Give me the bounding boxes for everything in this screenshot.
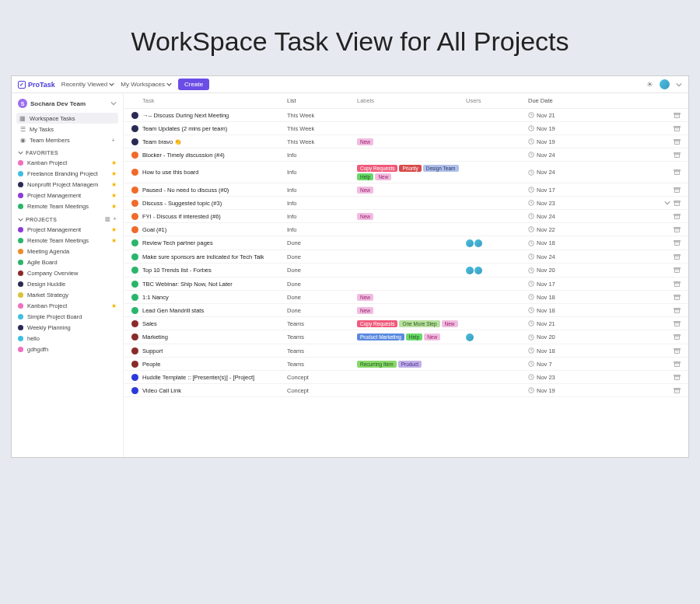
- task-label[interactable]: One More Step: [399, 320, 439, 327]
- column-header-task[interactable]: Task: [131, 97, 287, 104]
- task-status-dot[interactable]: [131, 253, 138, 260]
- archive-icon[interactable]: [674, 253, 681, 260]
- archive-icon[interactable]: [674, 333, 681, 340]
- task-label[interactable]: New: [357, 213, 373, 220]
- task-due-date[interactable]: Nov 22: [528, 226, 662, 233]
- task-label[interactable]: New: [357, 187, 373, 194]
- task-label[interactable]: Design Team: [423, 165, 459, 172]
- task-row[interactable]: Top 10 Trends list - Forbes Done Nov 20: [124, 264, 688, 278]
- task-status-dot[interactable]: [131, 125, 138, 132]
- archive-icon[interactable]: [674, 226, 681, 233]
- task-due-date[interactable]: Nov 19: [528, 387, 662, 394]
- task-due-date[interactable]: Nov 18: [528, 307, 662, 314]
- task-label[interactable]: New: [357, 307, 373, 314]
- task-label[interactable]: Copy Requests: [357, 320, 397, 327]
- task-status-dot[interactable]: [131, 267, 138, 274]
- sidebar-item-team-members[interactable]: ◉ Team Members +: [16, 134, 118, 145]
- task-status-dot[interactable]: [131, 239, 138, 246]
- sidebar-project-item[interactable]: Market Strategy: [16, 289, 118, 300]
- task-status-dot[interactable]: [131, 333, 138, 340]
- archive-icon[interactable]: [674, 281, 681, 288]
- task-label[interactable]: New: [375, 173, 391, 180]
- task-status-dot[interactable]: [131, 347, 138, 354]
- sidebar-favorite-item[interactable]: Project Management ★: [16, 190, 118, 201]
- task-due-date[interactable]: Nov 19: [528, 125, 662, 132]
- task-row[interactable]: TBC Webinar: Ship Now, Not Later Done No…: [124, 278, 688, 291]
- task-row[interactable]: Sales Teams Copy RequestsOne More StepNe…: [124, 317, 688, 330]
- task-due-date[interactable]: Nov 21: [528, 112, 662, 119]
- task-label[interactable]: Help: [406, 333, 422, 340]
- task-due-date[interactable]: Nov 24: [528, 152, 662, 159]
- star-icon[interactable]: ★: [111, 181, 117, 188]
- sidebar-project-item[interactable]: Kanban Project ★: [16, 300, 118, 311]
- task-label[interactable]: New: [357, 138, 373, 145]
- archive-icon[interactable]: [674, 374, 681, 381]
- sidebar-project-item[interactable]: Design Huddle: [16, 278, 118, 289]
- task-status-dot[interactable]: [131, 320, 138, 327]
- task-row[interactable]: Make sure sponsors are indicated for Tec…: [124, 250, 688, 264]
- task-row[interactable]: Review Tech partner pages Done Nov 18: [124, 236, 688, 250]
- task-status-dot[interactable]: [131, 169, 138, 176]
- task-due-date[interactable]: Nov 18: [528, 294, 662, 301]
- task-due-date[interactable]: Nov 17: [528, 187, 662, 194]
- archive-icon[interactable]: [674, 213, 681, 220]
- assignee-avatar[interactable]: [474, 267, 482, 274]
- sidebar-project-item[interactable]: Remote Team Meetings ★: [16, 235, 118, 246]
- star-icon[interactable]: ★: [111, 170, 117, 177]
- sidebar-favorite-item[interactable]: Remote Team Meetings ★: [16, 201, 118, 211]
- sidebar-project-item[interactable]: Meeting Agenda: [16, 246, 118, 257]
- task-label[interactable]: New: [424, 333, 440, 340]
- sidebar-section-projects[interactable]: PROJECTS ▥ +: [16, 211, 118, 224]
- chevron-down-icon[interactable]: [676, 82, 682, 88]
- task-due-date[interactable]: Nov 23: [528, 374, 662, 381]
- sidebar-section-favorites[interactable]: FAVORITES: [16, 145, 118, 157]
- my-workspaces-dropdown[interactable]: My Workspaces: [121, 81, 172, 88]
- user-avatar[interactable]: [660, 79, 670, 89]
- task-status-dot[interactable]: [131, 361, 138, 368]
- sidebar-favorite-item[interactable]: Kanban Project ★: [16, 157, 118, 168]
- archive-icon[interactable]: [674, 361, 681, 368]
- archive-icon[interactable]: [674, 152, 681, 159]
- task-due-date[interactable]: Nov 20: [528, 333, 662, 340]
- archive-icon[interactable]: [674, 239, 681, 246]
- archive-icon[interactable]: [674, 138, 681, 145]
- task-status-dot[interactable]: [131, 281, 138, 288]
- sidebar-project-item[interactable]: Project Management ★: [16, 224, 118, 235]
- task-label[interactable]: Help: [357, 173, 373, 180]
- task-due-date[interactable]: Nov 24: [528, 253, 662, 260]
- task-status-dot[interactable]: [131, 213, 138, 220]
- task-label[interactable]: Copy Requests: [357, 165, 397, 172]
- task-status-dot[interactable]: [131, 226, 138, 233]
- task-due-date[interactable]: Nov 19: [528, 138, 662, 145]
- sidebar-project-item[interactable]: Simple Project Board: [16, 311, 118, 322]
- chevron-down-icon[interactable]: [664, 200, 670, 206]
- task-due-date[interactable]: Nov 21: [528, 320, 662, 327]
- task-status-dot[interactable]: [131, 374, 138, 381]
- task-status-dot[interactable]: [131, 112, 138, 119]
- task-due-date[interactable]: Nov 18: [528, 239, 662, 246]
- task-due-date[interactable]: Nov 17: [528, 281, 662, 288]
- assignee-avatar[interactable]: [466, 267, 474, 274]
- star-icon[interactable]: ★: [111, 203, 117, 210]
- archive-icon[interactable]: [674, 187, 681, 194]
- task-label[interactable]: New: [442, 320, 458, 327]
- task-due-date[interactable]: Nov 24: [528, 213, 662, 220]
- task-due-date[interactable]: Nov 23: [528, 200, 662, 207]
- task-status-dot[interactable]: [131, 294, 138, 301]
- task-due-date[interactable]: Nov 24: [528, 169, 662, 176]
- sidebar-project-item[interactable]: Agile Board: [16, 257, 118, 267]
- task-status-dot[interactable]: [131, 138, 138, 145]
- task-status-dot[interactable]: [131, 200, 138, 207]
- task-status-dot[interactable]: [131, 152, 138, 159]
- star-icon[interactable]: ★: [111, 302, 117, 309]
- sidebar-favorite-item[interactable]: Freelance Branding Project ★: [16, 168, 118, 179]
- task-label[interactable]: New: [357, 294, 373, 301]
- sidebar-item-workspace-tasks[interactable]: ▦ Workspace Tasks: [16, 113, 118, 124]
- archive-icon[interactable]: [674, 387, 681, 394]
- sidebar-project-item[interactable]: gdhgdfh: [16, 344, 118, 354]
- star-icon[interactable]: ★: [111, 237, 117, 244]
- task-row[interactable]: Lead Gen Mandrill stats Done New Nov 18: [124, 304, 688, 317]
- task-row[interactable]: Discuss - Suggested topic (#3) Info Nov …: [124, 197, 688, 210]
- task-row[interactable]: Blocker - Timely discussion (#4) Info No…: [124, 148, 688, 162]
- assignee-avatar[interactable]: [474, 239, 482, 247]
